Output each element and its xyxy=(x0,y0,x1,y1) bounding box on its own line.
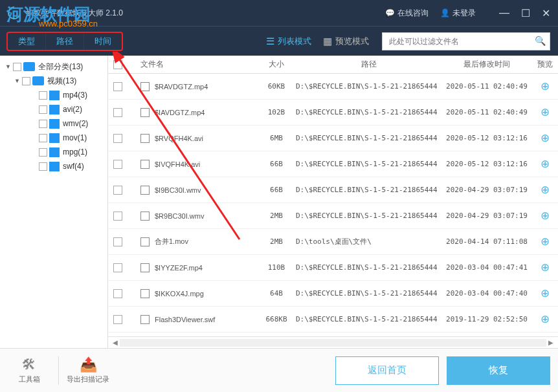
tree-item[interactable]: mp4(3) xyxy=(0,88,107,102)
file-icon xyxy=(140,82,150,91)
row-checkbox[interactable] xyxy=(113,134,122,143)
row-checkbox[interactable] xyxy=(113,237,122,246)
preview-mode-button[interactable]: ▦ 预览模式 xyxy=(323,36,369,47)
file-size: 64B xyxy=(257,289,296,298)
file-row[interactable]: $RVQFH4K.avi6MBD:\$RECYCLE.BIN\S-1-5-21-… xyxy=(108,125,558,151)
select-all-checkbox[interactable] xyxy=(113,60,122,69)
list-mode-button[interactable]: ☰ 列表模式 xyxy=(266,36,311,47)
tree-checkbox[interactable] xyxy=(39,105,47,114)
magnify-icon[interactable]: ⊕ xyxy=(541,80,550,93)
horizontal-scrollbar[interactable]: ◀ ▶ xyxy=(108,336,558,348)
row-checkbox[interactable] xyxy=(113,289,122,298)
row-checkbox[interactable] xyxy=(113,108,122,117)
file-path: D:\$RECYCLE.BIN\S-1-5-21-21865444 xyxy=(296,212,441,220)
file-icon xyxy=(140,134,150,143)
tree-item[interactable]: mov(1) xyxy=(0,131,107,145)
search-icon[interactable]: 🔍 xyxy=(535,36,546,46)
expand-icon[interactable]: ▼ xyxy=(5,63,13,70)
file-row[interactable]: $R9BC30I.wmv2MBD:\$RECYCLE.BIN\S-1-5-21-… xyxy=(108,203,558,229)
close-button[interactable]: ✕ xyxy=(542,7,550,19)
file-name: Flash3DViewer.swf xyxy=(155,316,215,323)
tree-item[interactable]: avi(2) xyxy=(0,102,107,116)
col-header-name[interactable]: 文件名 xyxy=(128,59,257,70)
tree-label: 视频(13) xyxy=(47,76,76,87)
file-row[interactable]: Flash3DViewer.swf668KBD:\$RECYCLE.BIN\S-… xyxy=(108,307,558,332)
tree-checkbox[interactable] xyxy=(39,134,47,142)
col-header-size[interactable]: 大小 xyxy=(257,59,296,70)
tree-checkbox[interactable] xyxy=(39,162,47,171)
file-row[interactable]: $IKKOX4J.mpg64BD:\$RECYCLE.BIN\S-1-5-21-… xyxy=(108,281,558,307)
maximize-button[interactable]: ☐ xyxy=(521,7,530,19)
row-checkbox[interactable] xyxy=(113,263,122,272)
file-path: D:\$RECYCLE.BIN\S-1-5-21-21865444 xyxy=(296,160,441,168)
category-icon xyxy=(49,147,60,157)
tree-label: avi(2) xyxy=(63,105,82,114)
filter-tab-time[interactable]: 时间 xyxy=(84,33,122,50)
row-checkbox[interactable] xyxy=(113,82,122,91)
login-status[interactable]: 👤 未登录 xyxy=(440,8,476,19)
category-icon xyxy=(49,105,60,114)
category-icon xyxy=(49,91,60,100)
file-name: 合并1.mov xyxy=(155,237,188,246)
row-checkbox[interactable] xyxy=(113,315,122,324)
magnify-icon[interactable]: ⊕ xyxy=(541,287,550,299)
magnify-icon[interactable]: ⊕ xyxy=(541,261,550,274)
scroll-right-icon[interactable]: ▶ xyxy=(546,339,555,346)
filter-tab-path[interactable]: 路径 xyxy=(46,33,84,50)
tree-item[interactable]: ▼全部分类(13) xyxy=(0,60,107,74)
search-input[interactable] xyxy=(382,32,550,50)
file-size: 6MB xyxy=(257,134,296,142)
expand-icon[interactable]: ▼ xyxy=(14,78,22,84)
tree-checkbox[interactable] xyxy=(39,148,47,157)
file-name: $I9BC30I.wmv xyxy=(155,186,201,194)
file-row[interactable]: $RAVDGTZ.mp460KBD:\$RECYCLE.BIN\S-1-5-21… xyxy=(108,74,558,100)
magnify-icon[interactable]: ⊕ xyxy=(541,313,550,325)
tree-item[interactable]: swf(4) xyxy=(0,159,107,173)
col-header-path[interactable]: 路径 xyxy=(296,59,441,70)
file-row[interactable]: $IVQFH4K.avi66BD:\$RECYCLE.BIN\S-1-5-21-… xyxy=(108,151,558,177)
file-path: D:\$RECYCLE.BIN\S-1-5-21-21865444 xyxy=(296,82,441,91)
tree-checkbox[interactable] xyxy=(39,91,47,100)
category-tree: ▼全部分类(13)▼视频(13)mp4(3)avi(2)wmv(2)mov(1)… xyxy=(0,56,108,348)
home-button[interactable]: 返回首页 xyxy=(335,356,439,385)
file-path: D:\$RECYCLE.BIN\S-1-5-21-21865444 xyxy=(296,315,441,323)
col-header-time[interactable]: 最后修改时间 xyxy=(441,59,532,70)
minimize-button[interactable]: — xyxy=(499,7,509,19)
file-name: $R9BC30I.wmv xyxy=(155,212,204,220)
tree-label: swf(4) xyxy=(63,162,84,171)
list-icon: ☰ xyxy=(266,36,274,47)
file-row[interactable]: $IYYZE2F.mp4110BD:\$RECYCLE.BIN\S-1-5-21… xyxy=(108,255,558,281)
tree-item[interactable]: ▼视频(13) xyxy=(0,74,107,88)
file-name: $RAVDGTZ.mp4 xyxy=(155,83,208,91)
user-icon: 👤 xyxy=(440,8,450,17)
row-checkbox[interactable] xyxy=(113,160,122,169)
row-checkbox[interactable] xyxy=(113,212,122,221)
magnify-icon[interactable]: ⊕ xyxy=(541,184,550,196)
file-icon xyxy=(140,263,150,272)
magnify-icon[interactable]: ⊕ xyxy=(541,158,550,170)
magnify-icon[interactable]: ⊕ xyxy=(541,132,550,144)
tree-checkbox[interactable] xyxy=(39,120,47,128)
tree-checkbox[interactable] xyxy=(22,77,30,85)
file-row[interactable]: $IAVDGTZ.mp4102BD:\$RECYCLE.BIN\S-1-5-21… xyxy=(108,100,558,125)
magnify-icon[interactable]: ⊕ xyxy=(541,210,550,222)
tree-item[interactable]: mpg(1) xyxy=(0,145,107,159)
scroll-left-icon[interactable]: ◀ xyxy=(111,339,120,346)
row-checkbox[interactable] xyxy=(113,186,122,195)
magnify-icon[interactable]: ⊕ xyxy=(541,106,550,118)
file-row[interactable]: 合并1.mov2MBD:\tools\桌面\文件\2020-04-14 07:1… xyxy=(108,229,558,255)
recover-button[interactable]: 恢复 xyxy=(447,356,550,385)
file-size: 66B xyxy=(257,186,296,194)
filter-tab-type[interactable]: 类型 xyxy=(8,33,46,50)
file-row[interactable]: $I9BC30I.wmv66BD:\$RECYCLE.BIN\S-1-5-21-… xyxy=(108,177,558,203)
magnify-icon[interactable]: ⊕ xyxy=(541,235,550,248)
file-name: $IVQFH4K.avi xyxy=(155,160,200,168)
file-time: 2020-04-14 07:11:08 xyxy=(441,237,532,246)
tree-checkbox[interactable] xyxy=(13,63,21,71)
filter-tabs: 类型 路径 时间 xyxy=(6,32,123,51)
list-header: 文件名 大小 路径 最后修改时间 预览 xyxy=(108,56,558,74)
online-consult-link[interactable]: 💬 在线咨询 xyxy=(385,8,429,19)
export-button[interactable]: 📤 导出扫描记录 xyxy=(59,356,117,384)
tree-item[interactable]: wmv(2) xyxy=(0,116,107,131)
toolbox-button[interactable]: 🛠 工具箱 xyxy=(0,356,58,384)
